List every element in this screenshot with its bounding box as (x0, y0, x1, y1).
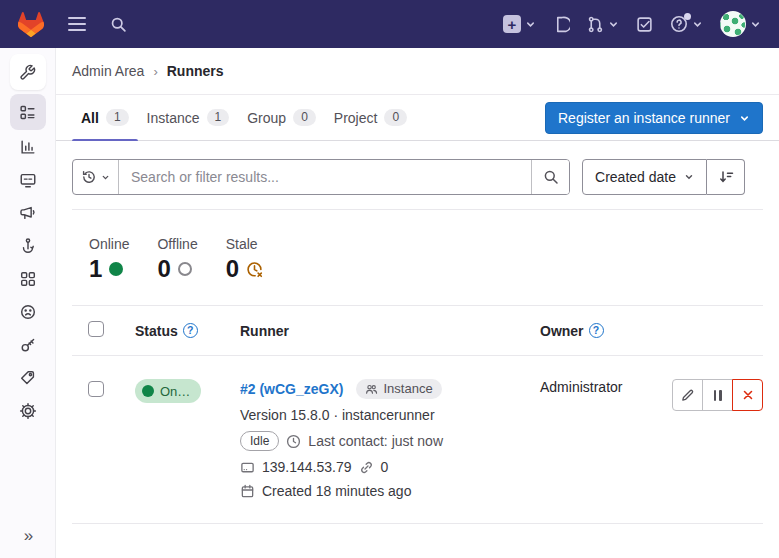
search-history-dropdown[interactable] (73, 160, 119, 194)
search-input[interactable] (119, 160, 531, 194)
breadcrumb-runners: Runners (167, 63, 224, 79)
frown-face-icon (19, 303, 37, 321)
sidebar-item-labels[interactable] (10, 361, 46, 394)
tab-all[interactable]: All 1 (72, 95, 138, 140)
sort-direction-button[interactable] (707, 159, 745, 195)
idle-badge: Idle (240, 431, 279, 451)
chevron-down-icon (739, 113, 750, 124)
stale-clock-x-icon (246, 261, 263, 278)
link-icon (359, 460, 374, 475)
runner-owner: Administrator (520, 379, 660, 395)
tab-project-label: Project (334, 110, 378, 126)
analytics-chart-icon (19, 138, 37, 156)
stat-offline-label: Offline (157, 236, 197, 252)
wrench-icon (19, 64, 36, 81)
filter-bar: Created date (56, 141, 779, 209)
stat-stale-value: 0 (226, 257, 239, 281)
tab-all-label: All (81, 110, 99, 126)
tab-project[interactable]: Project 0 (325, 95, 416, 140)
history-icon (81, 169, 97, 185)
offline-ring-icon (178, 262, 192, 276)
merge-requests-menu[interactable] (587, 16, 619, 33)
sidebar-item-credentials[interactable] (10, 328, 46, 361)
tab-group-label: Group (247, 110, 286, 126)
tab-project-count: 0 (384, 109, 407, 126)
chevron-down-icon (692, 19, 703, 30)
stat-stale-label: Stale (226, 236, 263, 252)
sort-by-label: Created date (595, 169, 676, 185)
new-menu-button[interactable]: + (503, 15, 536, 33)
issues-icon[interactable] (553, 16, 570, 33)
sidebar-item-system-hooks[interactable] (10, 229, 46, 262)
sidebar-item-admin-overview[interactable] (10, 54, 46, 90)
chevron-down-icon (101, 173, 110, 182)
todos-icon[interactable] (636, 16, 653, 33)
calendar-icon (240, 484, 255, 499)
runner-version: Version 15.8.0 · instancerunner (240, 407, 520, 423)
pause-runner-button[interactable] (702, 379, 733, 411)
monitor-icon (19, 171, 37, 189)
runner-created-text: Created 18 minutes ago (262, 483, 411, 499)
avatar (720, 11, 746, 37)
register-runner-button[interactable]: Register an instance runner (545, 102, 763, 134)
help-menu[interactable] (670, 15, 703, 33)
search-submit-button[interactable] (531, 160, 569, 194)
user-menu[interactable] (720, 11, 761, 37)
runner-tabs: All 1 Instance 1 Group 0 Project 0 Regis… (56, 95, 779, 141)
search-icon[interactable] (110, 16, 127, 33)
runner-link[interactable]: #2 (wCG_zeGX) (240, 381, 343, 397)
pencil-icon (680, 388, 695, 403)
stat-online-value: 1 (89, 257, 102, 281)
sort-group: Created date (582, 159, 745, 195)
applications-grid-icon (19, 270, 37, 288)
status-help-icon[interactable]: ? (183, 323, 198, 338)
notification-dot (684, 13, 691, 20)
breadcrumb-admin-area[interactable]: Admin Area (72, 63, 144, 79)
stat-online-label: Online (89, 236, 129, 252)
sidebar-item-abuse-reports[interactable] (10, 295, 46, 328)
sidebar-collapse-button[interactable]: » (0, 526, 56, 546)
top-navbar: + (0, 0, 779, 48)
chevron-down-icon (525, 19, 536, 30)
tab-all-count: 1 (106, 109, 129, 126)
sidebar-item-applications[interactable] (10, 262, 46, 295)
select-all-checkbox[interactable] (88, 321, 104, 337)
instance-type-badge: Instance (356, 379, 441, 399)
merge-request-icon (587, 16, 604, 33)
key-icon (19, 336, 37, 354)
runner-stats: Online 1 Offline 0 Stale 0 (56, 210, 779, 281)
tab-group[interactable]: Group 0 (238, 95, 325, 140)
stat-offline-value: 0 (157, 257, 170, 281)
stat-stale: Stale 0 (226, 236, 263, 281)
overview-list-icon (19, 104, 36, 121)
search-filter-group (72, 159, 570, 195)
breadcrumb: Admin Area › Runners (56, 48, 779, 95)
sort-by-dropdown[interactable]: Created date (582, 159, 707, 195)
chevron-down-icon (608, 19, 619, 30)
runner-ip: 139.144.53.79 (262, 459, 352, 475)
sidebar-item-messages[interactable] (10, 196, 46, 229)
host-icon (240, 460, 255, 475)
hook-icon (19, 237, 37, 255)
gitlab-logo-icon[interactable] (18, 12, 44, 37)
sidebar-item-overview[interactable] (10, 94, 46, 130)
labels-tag-icon (19, 369, 37, 387)
delete-runner-button[interactable] (732, 379, 763, 411)
sidebar-item-analytics[interactable] (10, 130, 46, 163)
tab-instance[interactable]: Instance 1 (138, 95, 239, 140)
megaphone-icon (19, 204, 37, 222)
breadcrumb-separator: › (153, 64, 157, 79)
hamburger-menu-icon[interactable] (68, 17, 86, 31)
edit-runner-button[interactable] (672, 379, 703, 411)
row-checkbox[interactable] (88, 381, 104, 397)
status-header: Status (135, 323, 178, 339)
owner-header: Owner (540, 323, 584, 339)
sidebar-item-monitoring[interactable] (10, 163, 46, 196)
runner-actions (672, 379, 763, 411)
tab-instance-count: 1 (207, 109, 230, 126)
gear-icon (19, 402, 37, 420)
sidebar-item-settings[interactable] (10, 394, 46, 427)
register-runner-label: Register an instance runner (558, 110, 730, 126)
admin-sidebar: » (0, 48, 56, 558)
owner-help-icon[interactable]: ? (589, 323, 604, 338)
